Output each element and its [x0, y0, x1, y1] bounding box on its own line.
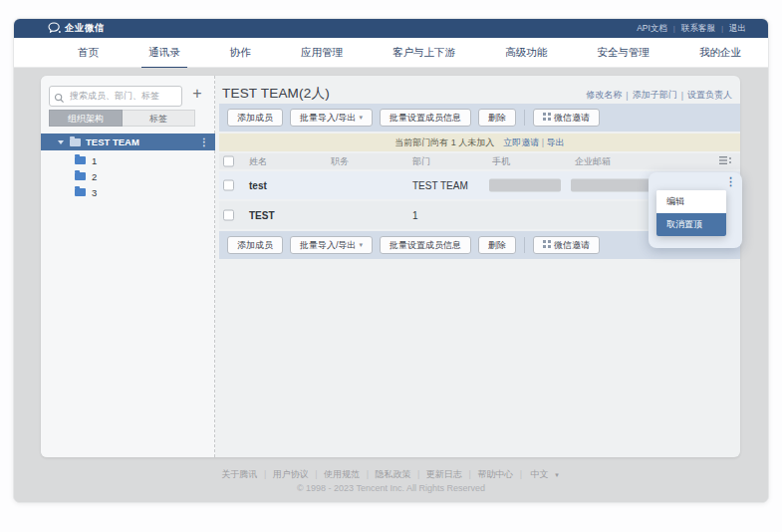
redacted-phone-value: [489, 179, 561, 192]
search-input[interactable]: [49, 86, 182, 107]
tree-node-3[interactable]: 3: [75, 184, 204, 200]
bulk-import-export-label: 批量导入/导出: [300, 239, 357, 252]
column-email: 企业邮箱: [575, 155, 611, 168]
tree-item-label: 1: [92, 155, 97, 166]
column-department: 部门: [412, 155, 430, 168]
redacted-email-value: [571, 179, 651, 192]
app-window: 企业微信 API文档 | 联系客服 | 退出 首页 通讯录 协作 应用管理 客户…: [13, 18, 769, 503]
titlebar-links: API文档 | 联系客服 | 退出: [637, 23, 746, 35]
add-member-button[interactable]: 添加成员: [227, 109, 283, 127]
footer-usage-rules[interactable]: 使用规范: [324, 469, 360, 479]
brand-name: 企业微信: [65, 22, 105, 35]
tree-item-label: 2: [92, 171, 97, 182]
tree-node-2[interactable]: 2: [75, 168, 204, 184]
tab-home[interactable]: 首页: [78, 38, 99, 68]
tab-advanced-features[interactable]: 高级功能: [505, 38, 547, 68]
folder-icon: [75, 156, 86, 164]
tab-customers-upstream-downstream[interactable]: 客户与上下游: [392, 38, 455, 68]
dropdown-caret-icon: ▾: [360, 241, 364, 249]
tab-labels[interactable]: 标签: [123, 110, 195, 127]
logout-link[interactable]: 退出: [729, 23, 746, 35]
wechat-invite-button[interactable]: 微信邀请: [533, 109, 600, 127]
column-name: 姓名: [249, 155, 267, 168]
chevron-down-icon: [58, 140, 64, 144]
bulk-edit-members-button[interactable]: 批量设置成员信息: [380, 109, 471, 127]
content-panel: + 组织架构 标签 TEST TEAM ⋮ 1: [41, 76, 740, 457]
titlebar-divider: |: [673, 24, 675, 33]
rename-link[interactable]: 修改名称: [586, 89, 622, 102]
tab-my-company[interactable]: 我的企业: [699, 38, 741, 68]
footer-user-agreement[interactable]: 用户协议: [273, 469, 309, 479]
tree-node-test-team[interactable]: TEST TEAM ⋮: [41, 133, 215, 150]
footer-privacy-policy[interactable]: 隐私政策: [375, 469, 410, 479]
search-icon: [54, 90, 65, 108]
context-menu: 编辑 取消置顶: [656, 190, 726, 236]
add-subdepartment-link[interactable]: 添加子部门: [633, 89, 677, 102]
toolbar-divider: [524, 110, 525, 126]
titlebar: 企业微信 API文档 | 联系客服 | 退出: [14, 19, 768, 38]
notice-divider: |: [542, 137, 544, 147]
row-more-options-icon[interactable]: ⋮: [725, 175, 736, 188]
bulk-import-export-button[interactable]: 批量导入/导出 ▾: [290, 236, 373, 254]
main-content: TEST TEAM(2人) 修改名称 | 添加子部门 | 设置负责人 添加成员 …: [215, 76, 740, 457]
titlebar-divider: |: [721, 24, 723, 33]
table-header: 姓名 职务 部门 手机 企业邮箱: [219, 153, 740, 169]
qr-code-icon: [543, 240, 551, 250]
tab-contacts[interactable]: 通讯录: [148, 38, 180, 68]
main-nav: 首页 通讯录 协作 应用管理 客户与上下游 高级功能 安全与管理 我的企业: [14, 38, 768, 68]
footer-divider: |: [367, 469, 369, 479]
column-phone: 手机: [492, 155, 510, 168]
row-menu-overlay: ⋮ 编辑 取消置顶: [649, 172, 742, 248]
footer-changelog[interactable]: 更新日志: [426, 469, 462, 479]
footer-links: 关于腾讯 | 用户协议 | 使用规范 | 隐私政策 | 更新日志 | 帮助中心 …: [14, 468, 768, 481]
api-docs-link[interactable]: API文档: [637, 23, 667, 35]
tree-node-menu-icon[interactable]: ⋮: [199, 136, 209, 147]
sidebar-view-tabs: 组织架构 标签: [49, 110, 195, 127]
tree-item-label: 3: [92, 187, 97, 198]
footer-divider: |: [417, 469, 419, 479]
footer-help-center[interactable]: 帮助中心: [477, 469, 513, 479]
footer-about-tencent[interactable]: 关于腾讯: [221, 469, 257, 479]
tab-app-management[interactable]: 应用管理: [301, 38, 343, 68]
dropdown-caret-icon: ▾: [360, 114, 364, 122]
bulk-import-export-button[interactable]: 批量导入/导出 ▾: [290, 109, 373, 127]
tab-security-management[interactable]: 安全与管理: [597, 38, 650, 68]
row-checkbox[interactable]: [223, 210, 234, 221]
menu-item-unpin[interactable]: 取消置顶: [656, 213, 726, 236]
column-title: 职务: [331, 155, 349, 168]
invite-now-link[interactable]: 立即邀请: [503, 137, 539, 147]
footer-divider: |: [315, 469, 317, 479]
add-department-button[interactable]: +: [186, 83, 208, 105]
row-checkbox[interactable]: [223, 180, 234, 191]
member-name: test: [249, 180, 267, 191]
tab-collaboration[interactable]: 协作: [230, 38, 251, 68]
menu-item-edit[interactable]: 编辑: [656, 190, 726, 213]
notice-message: 当前部门尚有 1 人未加入: [394, 136, 494, 149]
select-all-checkbox[interactable]: [223, 156, 234, 167]
export-link[interactable]: 导出: [547, 137, 565, 147]
wechat-invite-button[interactable]: 微信邀请: [533, 236, 600, 254]
member-department: 1: [412, 210, 418, 221]
delete-button[interactable]: 删除: [478, 109, 516, 127]
contact-support-link[interactable]: 联系客服: [681, 23, 715, 35]
qr-code-icon: [543, 113, 551, 123]
add-member-button[interactable]: 添加成员: [227, 236, 283, 254]
delete-button[interactable]: 删除: [478, 236, 516, 254]
pending-join-notice: 当前部门尚有 1 人未加入 立即邀请 | 导出: [219, 133, 740, 151]
column-settings-icon[interactable]: [719, 155, 732, 167]
toolbar-top: 添加成员 批量导入/导出 ▾ 批量设置成员信息 删除 微信邀请: [219, 104, 740, 132]
copyright-text: © 1998 - 2023 Tencent Inc. All Rights Re…: [14, 483, 768, 493]
wechat-work-logo-icon: [48, 22, 61, 36]
bulk-import-export-label: 批量导入/导出: [300, 112, 357, 125]
brand: 企业微信: [48, 22, 105, 36]
language-selector[interactable]: 中文 ▾: [529, 469, 561, 479]
bulk-edit-members-button[interactable]: 批量设置成员信息: [380, 236, 471, 254]
language-label: 中文: [531, 469, 549, 479]
set-manager-link[interactable]: 设置负责人: [687, 89, 732, 102]
tab-org-structure[interactable]: 组织架构: [49, 110, 123, 127]
folder-icon: [70, 138, 81, 146]
tree-node-1[interactable]: 1: [75, 152, 204, 168]
page-body: + 组织架构 标签 TEST TEAM ⋮ 1: [14, 68, 768, 503]
folder-icon: [75, 188, 86, 196]
footer-divider: |: [468, 469, 470, 479]
